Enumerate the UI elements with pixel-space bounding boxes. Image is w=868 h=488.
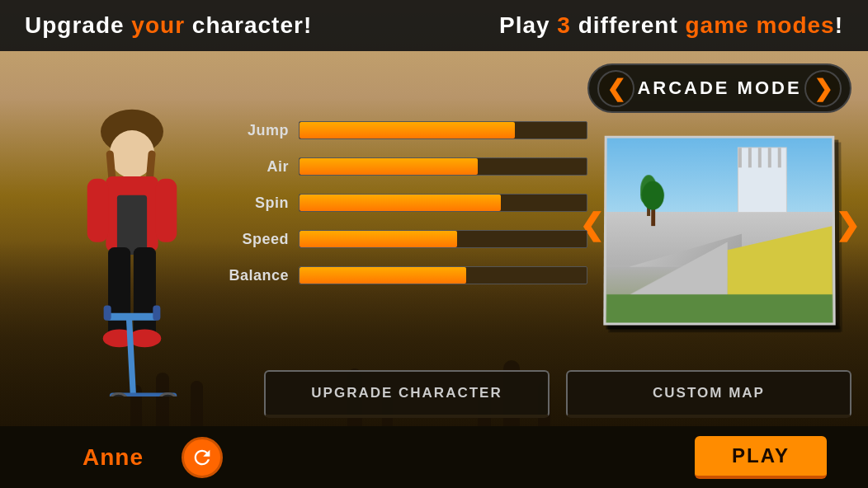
stat-row-speed: Speed — [215, 230, 587, 248]
svg-rect-15 — [153, 306, 160, 321]
svg-rect-14 — [104, 306, 111, 321]
stat-bar-fill-spin — [300, 195, 501, 211]
stat-label-balance: Balance — [215, 267, 289, 284]
upgrade-character-button[interactable]: UPGRADE CHARACTER — [264, 370, 550, 418]
svg-rect-5 — [117, 195, 147, 255]
stat-bar-fill-jump — [300, 122, 515, 138]
stat-bar-bg-spin — [299, 194, 587, 212]
scene-svg-details — [606, 138, 833, 323]
stat-label-air: Air — [215, 158, 289, 176]
mode-next-button[interactable]: ❯ — [804, 70, 842, 107]
svg-rect-9 — [134, 247, 156, 337]
stat-label-spin: Spin — [215, 195, 289, 212]
character-svg — [50, 83, 215, 396]
stat-row-balance: Balance — [215, 266, 587, 284]
stat-bar-fill-air — [300, 158, 478, 175]
refresh-icon — [191, 446, 214, 469]
header-right-text: Play 3 different game modes! — [499, 12, 843, 39]
header-game-modes: game modes — [686, 12, 835, 38]
stat-bar-fill-balance — [300, 267, 466, 284]
stat-bar-bg-air — [299, 157, 587, 176]
character-area — [25, 58, 239, 422]
stat-bar-bg-balance — [299, 266, 587, 284]
character-name-label: Anne — [83, 444, 144, 471]
header-left-text: Upgrade your character! — [25, 12, 312, 39]
mode-selector: ❮ ARCADE MODE ❯ — [587, 63, 851, 113]
svg-point-23 — [642, 181, 664, 210]
header-bar: Upgrade your character! Play 3 different… — [0, 0, 868, 51]
stat-bar-bg-jump — [299, 121, 587, 139]
bottom-action-buttons: UPGRADE CHARACTER CUSTOM MAP — [264, 370, 851, 418]
refresh-character-button[interactable] — [182, 437, 223, 478]
custom-map-button[interactable]: CUSTOM MAP — [566, 370, 851, 418]
svg-marker-25 — [728, 226, 833, 298]
stat-row-jump: Jump — [215, 121, 587, 139]
map-preview-container: ❮ — [604, 125, 835, 325]
mode-name-label: ARCADE MODE — [637, 77, 801, 99]
stat-row-air: Air — [215, 157, 587, 176]
stats-panel: Jump Air Spin Speed Balance — [215, 51, 587, 373]
map-next-arrow[interactable]: ❯ — [835, 208, 860, 242]
svg-rect-7 — [156, 179, 177, 242]
svg-marker-24 — [623, 242, 728, 298]
stat-bar-fill-speed — [300, 231, 457, 247]
svg-rect-6 — [87, 179, 108, 242]
skate-scene — [606, 138, 833, 323]
stat-label-speed: Speed — [215, 231, 289, 248]
map-preview — [603, 136, 835, 326]
stat-label-jump: Jump — [215, 122, 289, 139]
header-orange-your: your — [131, 12, 185, 38]
header-num: 3 — [557, 12, 571, 38]
footer-bar: Anne PLAY — [0, 426, 868, 488]
stat-row-spin: Spin — [215, 194, 587, 212]
svg-rect-13 — [106, 313, 158, 321]
map-image — [603, 136, 835, 326]
stat-bar-bg-speed — [299, 230, 587, 248]
svg-rect-26 — [606, 294, 833, 322]
play-button[interactable]: PLAY — [695, 436, 827, 479]
mode-prev-button[interactable]: ❮ — [597, 70, 634, 107]
